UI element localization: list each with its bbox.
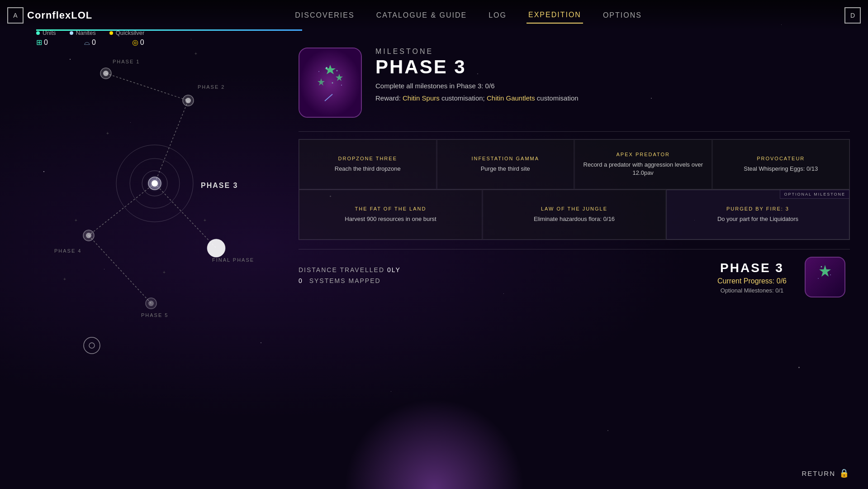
- milestone-cell-apex[interactable]: APEX PREDATOR Record a predator with agg…: [574, 139, 712, 189]
- right-panel: MILESTONE PHASE 3 Complete all milestone…: [280, 0, 868, 489]
- optional-badge-label: OPTIONAL MILESTONE: [780, 190, 849, 199]
- currency-nanites: Nanites: [70, 29, 96, 36]
- stats-center: PHASE 3 Current Progress: 0/6 Optional M…: [717, 261, 787, 294]
- map-svg: PHASE 1 PHASE 2 PHASE 3 PHASE 4 FINAL PH…: [0, 0, 280, 489]
- svg-point-40: [332, 82, 333, 83]
- nav-left-section: A CornflexLOL: [0, 7, 92, 24]
- milestone-cell-purged[interactable]: OPTIONAL MILESTONE PURGED BY FIRE: 3 Do …: [666, 190, 849, 240]
- milestone-cell-provocateur[interactable]: PROVOCATEUR Steal Whispering Eggs: 0/13: [712, 139, 850, 189]
- systems-value: 0: [299, 277, 303, 284]
- svg-point-14: [152, 180, 158, 187]
- svg-point-21: [89, 343, 95, 348]
- svg-marker-35: [325, 65, 336, 74]
- nav-right-btn-label: D: [850, 12, 855, 19]
- stats-left: DISTANCE TRAVELLED 0ly 0 SYSTEMS MAPPED: [299, 266, 699, 288]
- svg-text:PHASE 2: PHASE 2: [198, 84, 225, 90]
- units-label: Units: [43, 29, 56, 36]
- svg-point-39: [337, 70, 338, 71]
- nav-tabs: DISCOVERIES CATALOGUE & GUIDE LOG EXPEDI…: [92, 7, 844, 24]
- currency-bar: Units Nanites Quicksilver: [36, 29, 144, 36]
- svg-point-41: [341, 85, 342, 86]
- svg-text:PHASE 3: PHASE 3: [201, 182, 238, 189]
- svg-point-44: [821, 266, 822, 268]
- dropzone-title: DROPZONE THREE: [338, 156, 397, 161]
- fat-desc: Harvest 900 resources in one burst: [345, 215, 436, 223]
- systems-row: 0 SYSTEMS MAPPED: [299, 277, 699, 284]
- units-dot: [36, 31, 40, 35]
- apex-title: APEX PREDATOR: [616, 152, 670, 157]
- milestone-reward: Reward: Chitin Spurs customisation; Chit…: [375, 94, 850, 102]
- milestones-grid-row2: THE FAT OF THE LAND Harvest 900 resource…: [299, 190, 850, 240]
- distance-label: DISTANCE TRAVELLED: [299, 266, 384, 273]
- tab-expedition[interactable]: EXPEDITION: [526, 7, 583, 24]
- quicksilver-value-display: ◎ 0: [132, 38, 144, 47]
- svg-point-38: [326, 67, 327, 69]
- tab-log[interactable]: LOG: [487, 8, 508, 23]
- milestone-phase: PHASE 3: [375, 58, 850, 77]
- provocateur-title: PROVOCATEUR: [757, 156, 805, 161]
- quicksilver-dot: [109, 31, 113, 35]
- svg-marker-37: [318, 78, 325, 86]
- svg-point-11: [185, 98, 191, 103]
- svg-text:+: +: [204, 218, 206, 223]
- reward-item2: Chitin Gauntlets: [487, 94, 535, 102]
- nav-right-button[interactable]: D: [844, 7, 861, 24]
- units-value: 0: [44, 38, 48, 47]
- dropzone-desc: Reach the third dropzone: [335, 165, 401, 173]
- nav-right-section: D: [844, 7, 868, 24]
- units-value-display: ⊞ 0: [36, 38, 48, 47]
- svg-point-45: [830, 274, 831, 275]
- currency-quicksilver: Quicksilver: [109, 29, 145, 36]
- nanites-value: 0: [92, 38, 96, 47]
- player-name: CornflexLOL: [27, 10, 92, 21]
- nav-left-button[interactable]: A: [7, 7, 24, 24]
- reward-text1: customisation;: [441, 94, 485, 102]
- quicksilver-icon: ◎: [132, 38, 138, 47]
- systems-label: SYSTEMS MAPPED: [309, 277, 381, 284]
- infestation-title: INFESTATION GAMMA: [471, 156, 539, 161]
- badge-icon: [308, 58, 353, 108]
- stats-right: [805, 257, 850, 297]
- milestone-badge: [299, 48, 362, 118]
- svg-text:FINAL PHASE: FINAL PHASE: [212, 257, 254, 263]
- svg-point-42: [318, 71, 319, 72]
- svg-line-1: [155, 101, 188, 183]
- milestone-cell-jungle[interactable]: LAW OF THE JUNGLE Eliminate hazardous fl…: [483, 190, 666, 240]
- svg-line-0: [106, 73, 188, 101]
- tab-catalogue[interactable]: CATALOGUE & GUIDE: [375, 8, 469, 23]
- top-navigation: A CornflexLOL DISCOVERIES CATALOGUE & GU…: [0, 0, 868, 31]
- svg-text:+: +: [194, 51, 197, 56]
- units-icon: ⊞: [36, 38, 42, 47]
- tab-options[interactable]: OPTIONS: [601, 8, 644, 23]
- currency-values: ⊞ 0 ⌓ 0 ◎ 0: [36, 38, 144, 47]
- milestone-cell-infestation[interactable]: INFESTATION GAMMA Purge the third site: [437, 139, 574, 189]
- milestone-header: MILESTONE PHASE 3 Complete all milestone…: [299, 48, 850, 118]
- currency-units: Units: [36, 29, 56, 36]
- apex-desc: Record a predator with aggression levels…: [582, 161, 704, 177]
- svg-marker-36: [336, 74, 343, 81]
- purged-desc: Do your part for the Liquidators: [717, 215, 798, 223]
- milestone-cell-dropzone[interactable]: DROPZONE THREE Reach the third dropzone: [299, 139, 436, 189]
- milestones-grid-row1: DROPZONE THREE Reach the third dropzone …: [299, 139, 850, 190]
- reward-item1: Chitin Spurs: [403, 94, 440, 102]
- tab-discoveries[interactable]: DISCOVERIES: [293, 8, 356, 23]
- map-panel: PHASE 1 PHASE 2 PHASE 3 PHASE 4 FINAL PH…: [0, 0, 280, 489]
- infestation-desc: Purge the third site: [481, 165, 530, 173]
- svg-line-4: [89, 235, 151, 303]
- svg-text:+: +: [106, 131, 109, 136]
- milestone-cell-fat[interactable]: THE FAT OF THE LAND Harvest 900 resource…: [299, 190, 482, 240]
- provocateur-desc: Steal Whispering Eggs: 0/13: [744, 165, 818, 173]
- svg-point-16: [86, 233, 91, 238]
- svg-text:PHASE 5: PHASE 5: [141, 312, 168, 318]
- svg-point-17: [207, 239, 225, 257]
- svg-text:+: +: [63, 277, 66, 282]
- purged-title: PURGED BY FIRE: 3: [726, 206, 789, 211]
- nanites-dot: [70, 31, 73, 35]
- divider-1: [299, 131, 850, 132]
- nav-left-btn-label: A: [13, 12, 17, 19]
- nanites-value-display: ⌓ 0: [84, 38, 96, 47]
- distance-row: DISTANCE TRAVELLED 0ly: [299, 266, 699, 273]
- svg-line-3: [155, 183, 216, 248]
- milestone-progress: Complete all milestones in Phase 3: 0/6: [375, 82, 850, 90]
- svg-text:+: +: [75, 218, 77, 223]
